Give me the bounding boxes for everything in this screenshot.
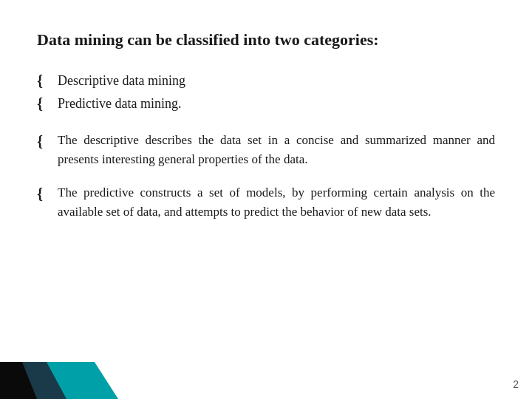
- page-number: 2: [513, 378, 519, 390]
- list-item: The descriptive describes the data set i…: [37, 131, 495, 170]
- top-bullet-list: Descriptive data mining Predictive data …: [37, 72, 495, 113]
- bottom-decoration: [0, 358, 148, 399]
- main-bullet-list: The descriptive describes the data set i…: [37, 131, 495, 222]
- list-item: Predictive data mining.: [37, 95, 495, 113]
- list-item: Descriptive data mining: [37, 72, 495, 90]
- slide-container: Data mining can be classified into two c…: [0, 0, 532, 399]
- list-item: The predictive constructs a set of model…: [37, 183, 495, 222]
- slide-title: Data mining can be classified into two c…: [37, 30, 495, 51]
